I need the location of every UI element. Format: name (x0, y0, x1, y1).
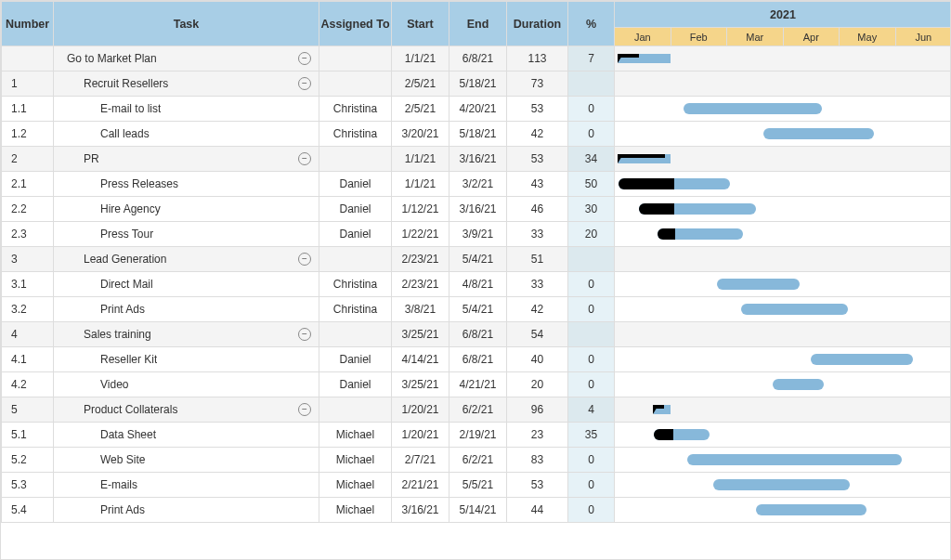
collapse-icon[interactable]: − (298, 52, 311, 65)
cell-start: 3/16/21 (392, 498, 449, 523)
cell-start: 1/20/21 (392, 397, 449, 423)
table-row[interactable]: 1Recruit Resellers−2/5/215/18/2173 (2, 72, 952, 97)
table-row[interactable]: 5.2Web SiteMichael2/7/216/2/21830 (2, 448, 952, 473)
cell-task[interactable]: Sales training− (54, 322, 319, 347)
gantt-cell (671, 297, 727, 322)
gantt-cell (895, 423, 951, 448)
table-row[interactable]: 5.4Print AdsMichael3/16/215/14/21440 (2, 498, 952, 523)
table-row[interactable]: 2.2Hire AgencyDaniel1/12/213/16/214630 (2, 197, 952, 222)
cell-duration: 42 (507, 122, 568, 147)
gantt-cell (727, 197, 784, 222)
gantt-cell (895, 297, 951, 322)
cell-start: 1/1/21 (392, 147, 449, 172)
cell-task[interactable]: Product Collaterals− (54, 397, 319, 423)
col-month-may[interactable]: May (840, 28, 896, 46)
cell-task[interactable]: Go to Market Plan− (54, 46, 319, 72)
table-row[interactable]: 4.1Reseller KitDaniel4/14/216/8/21400 (2, 347, 952, 372)
cell-number: 1.2 (2, 122, 54, 147)
cell-task[interactable]: Print Ads (54, 498, 319, 523)
cell-duration: 42 (507, 297, 568, 322)
cell-task[interactable]: Reseller Kit (54, 347, 319, 372)
cell-task[interactable]: Web Site (54, 448, 319, 473)
gantt-cell (783, 322, 840, 347)
cell-percent: 0 (568, 347, 615, 372)
col-month-jun[interactable]: Jun (895, 28, 951, 46)
gantt-cell (615, 247, 671, 272)
table-row[interactable]: 1.1E-mail to listChristina2/5/214/20/215… (2, 97, 952, 122)
collapse-icon[interactable]: − (298, 328, 311, 341)
col-month-feb[interactable]: Feb (671, 28, 727, 46)
table-row[interactable]: 3Lead Generation−2/23/215/4/2151 (2, 247, 952, 272)
cell-task[interactable]: Call leads (54, 122, 319, 147)
cell-task[interactable]: Press Releases (54, 172, 319, 197)
cell-task[interactable]: E-mails (54, 473, 319, 498)
table-row[interactable]: 2PR−1/1/213/16/215334 (2, 147, 952, 172)
cell-task[interactable]: PR− (54, 147, 319, 172)
table-row[interactable]: 3.1Direct MailChristina2/23/214/8/21330 (2, 272, 952, 297)
gantt-cell (727, 448, 784, 473)
task-name: E-mail to list (61, 102, 161, 115)
table-row[interactable]: Go to Market Plan−1/1/216/8/211137 (2, 46, 952, 72)
table-row[interactable]: 5.1Data SheetMichael1/20/212/19/212335 (2, 423, 952, 448)
cell-number: 5.2 (2, 448, 54, 473)
col-assigned[interactable]: Assigned To (319, 2, 392, 46)
col-year[interactable]: 2021 (615, 2, 952, 28)
gantt-cell (783, 46, 840, 72)
cell-task[interactable]: Press Tour (54, 222, 319, 247)
col-month-jan[interactable]: Jan (615, 28, 671, 46)
cell-end: 3/16/21 (449, 197, 507, 222)
cell-task[interactable]: Print Ads (54, 297, 319, 322)
cell-percent: 0 (568, 372, 615, 397)
table-row[interactable]: 4.2VideoDaniel3/25/214/21/21200 (2, 372, 952, 397)
cell-start: 3/25/21 (392, 322, 449, 347)
cell-start: 1/20/21 (392, 423, 449, 448)
cell-task[interactable]: E-mail to list (54, 97, 319, 122)
gantt-cell (783, 222, 840, 247)
cell-end: 5/5/21 (449, 473, 507, 498)
gantt-cell (727, 397, 784, 423)
gantt-cell (727, 97, 784, 122)
cell-start: 3/20/21 (392, 122, 449, 147)
cell-task[interactable]: Data Sheet (54, 423, 319, 448)
col-month-mar[interactable]: Mar (727, 28, 784, 46)
col-duration[interactable]: Duration (507, 2, 568, 46)
col-end[interactable]: End (449, 2, 507, 46)
gantt-cell (840, 297, 896, 322)
cell-task[interactable]: Recruit Resellers− (54, 72, 319, 97)
gantt-cell (671, 197, 727, 222)
col-percent[interactable]: % (568, 2, 615, 46)
gantt-cell (840, 448, 896, 473)
gantt-cell (840, 423, 896, 448)
cell-duration: 51 (507, 247, 568, 272)
gantt-cell (727, 473, 784, 498)
col-task[interactable]: Task (54, 2, 319, 46)
cell-task[interactable]: Lead Generation− (54, 247, 319, 272)
collapse-icon[interactable]: − (298, 403, 311, 416)
gantt-cell (840, 347, 896, 372)
table-row[interactable]: 5.3E-mailsMichael2/21/215/5/21530 (2, 473, 952, 498)
cell-end: 6/2/21 (449, 397, 507, 423)
table-row[interactable]: 1.2Call leadsChristina3/20/215/18/21420 (2, 122, 952, 147)
table-row[interactable]: 2.1Press ReleasesDaniel1/1/213/2/214350 (2, 172, 952, 197)
collapse-icon[interactable]: − (298, 253, 311, 266)
cell-task[interactable]: Hire Agency (54, 197, 319, 222)
col-start[interactable]: Start (392, 2, 449, 46)
table-row[interactable]: 5Product Collaterals−1/20/216/2/21964 (2, 397, 952, 423)
gantt-cell (615, 272, 671, 297)
cell-percent: 34 (568, 147, 615, 172)
collapse-icon[interactable]: − (298, 152, 311, 165)
cell-number: 5.1 (2, 423, 54, 448)
cell-task[interactable]: Direct Mail (54, 272, 319, 297)
table-row[interactable]: 4Sales training−3/25/216/8/2154 (2, 322, 952, 347)
col-month-apr[interactable]: Apr (783, 28, 840, 46)
table-row[interactable]: 3.2Print AdsChristina3/8/215/4/21420 (2, 297, 952, 322)
gantt-cell (895, 498, 951, 523)
col-number[interactable]: Number (2, 2, 54, 46)
collapse-icon[interactable]: − (298, 77, 311, 90)
table-row[interactable]: 2.3Press TourDaniel1/22/213/9/213320 (2, 222, 952, 247)
cell-number: 2.1 (2, 172, 54, 197)
cell-duration: 44 (507, 498, 568, 523)
gantt-cell (783, 423, 840, 448)
cell-task[interactable]: Video (54, 372, 319, 397)
cell-assigned (319, 147, 392, 172)
